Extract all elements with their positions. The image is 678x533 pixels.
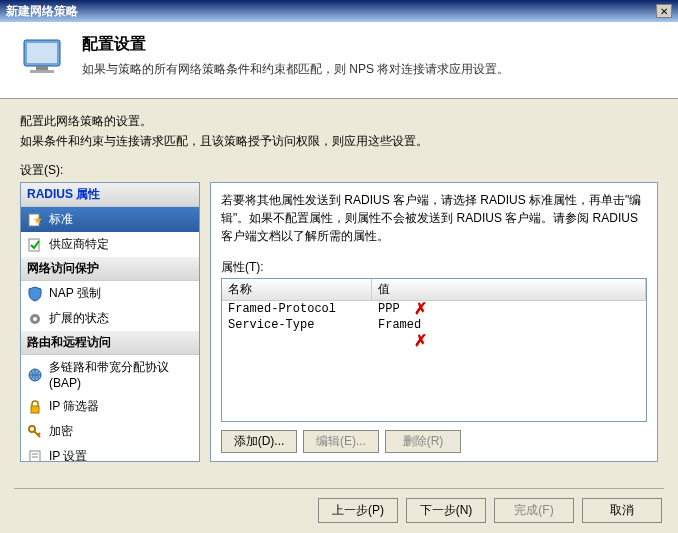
svg-rect-3 xyxy=(30,70,54,73)
page-title: 配置设置 xyxy=(82,34,509,55)
table-header: 名称 值 xyxy=(222,279,646,301)
settings-label: 设置(S): xyxy=(20,162,658,179)
sidebar-item[interactable]: IP 设置 xyxy=(21,444,199,462)
page-subtitle: 如果与策略的所有网络策略条件和约束都匹配，则 NPS 将对连接请求应用设置。 xyxy=(82,61,509,78)
lock-icon xyxy=(27,399,43,415)
attributes-table[interactable]: 名称 值 Framed-ProtocolPPP✗Service-TypeFram… xyxy=(221,278,647,422)
sidebar-item[interactable]: 扩展的状态 xyxy=(21,306,199,331)
details-panel: 若要将其他属性发送到 RADIUS 客户端，请选择 RADIUS 标准属性，再单… xyxy=(210,182,658,462)
close-button[interactable]: ✕ xyxy=(656,4,672,18)
cancel-button[interactable]: 取消 xyxy=(582,498,662,523)
panel-button-row: 添加(D)... 编辑(E)... 删除(R) xyxy=(221,430,647,453)
group-header: 网络访问保护 xyxy=(21,257,199,281)
sidebar-item-label: 供应商特定 xyxy=(49,236,109,253)
finish-button[interactable]: 完成(F) xyxy=(494,498,574,523)
cell-name: Framed-Protocol xyxy=(222,301,372,317)
key-icon xyxy=(27,424,43,440)
sidebar-item-label: IP 筛选器 xyxy=(49,398,99,415)
edit-button[interactable]: 编辑(E)... xyxy=(303,430,379,453)
sidebar-item-label: NAP 强制 xyxy=(49,285,101,302)
red-x-annotation: ✗ xyxy=(414,299,427,318)
intro-line-1: 配置此网络策略的设置。 xyxy=(20,113,658,130)
footer-separator xyxy=(14,488,664,489)
sidebar-item[interactable]: 加密 xyxy=(21,419,199,444)
sidebar-item[interactable]: 多链路和带宽分配协议(BAP) xyxy=(21,355,199,394)
intro-line-2: 如果条件和约束与连接请求匹配，且该策略授予访问权限，则应用这些设置。 xyxy=(20,133,658,150)
delete-button[interactable]: 删除(R) xyxy=(385,430,461,453)
sidebar-item[interactable]: 标准 xyxy=(21,207,199,232)
sidebar-item[interactable]: 供应商特定 xyxy=(21,232,199,257)
panel-instruction: 若要将其他属性发送到 RADIUS 客户端，请选择 RADIUS 标准属性，再单… xyxy=(221,191,647,245)
doc-icon xyxy=(27,449,43,463)
table-row[interactable]: Framed-ProtocolPPP✗ xyxy=(222,301,646,317)
main-split: RADIUS 属性标准供应商特定网络访问保护NAP 强制扩展的状态路由和远程访问… xyxy=(20,182,658,462)
cell-name: Service-Type xyxy=(222,317,372,333)
window-title: 新建网络策略 xyxy=(6,3,78,20)
sidebar-item[interactable]: NAP 强制 xyxy=(21,281,199,306)
group-header: RADIUS 属性 xyxy=(21,183,199,207)
svg-point-8 xyxy=(33,317,37,321)
sidebar-item[interactable]: IP 筛选器 xyxy=(21,394,199,419)
svg-rect-1 xyxy=(27,43,57,63)
titlebar: 新建网络策略 ✕ xyxy=(0,0,678,22)
svg-rect-10 xyxy=(31,406,39,413)
red-x-annotation: ✗ xyxy=(414,331,427,350)
sidebar-item-label: 加密 xyxy=(49,423,73,440)
header-text: 配置设置 如果与策略的所有网络策略条件和约束都匹配，则 NPS 将对连接请求应用… xyxy=(82,34,509,82)
table-row[interactable]: Service-TypeFramed✗ xyxy=(222,317,646,333)
svg-rect-2 xyxy=(36,66,48,70)
wizard-header: 配置设置 如果与策略的所有网络策略条件和约束都匹配，则 NPS 将对连接请求应用… xyxy=(0,22,678,99)
attributes-label: 属性(T): xyxy=(221,259,647,276)
monitor-icon xyxy=(20,34,68,82)
sidebar-item-label: 扩展的状态 xyxy=(49,310,109,327)
sidebar-item-label: IP 设置 xyxy=(49,448,87,462)
group-header: 路由和远程访问 xyxy=(21,331,199,355)
globe-icon xyxy=(27,367,43,383)
sidebar-item-label: 多链路和带宽分配协议(BAP) xyxy=(49,359,193,390)
col-value[interactable]: 值 xyxy=(372,279,646,300)
doc-star-icon xyxy=(27,212,43,228)
content-area: 配置此网络策略的设置。 如果条件和约束与连接请求匹配，且该策略授予访问权限，则应… xyxy=(0,99,678,472)
shield-icon xyxy=(27,286,43,302)
back-button[interactable]: 上一步(P) xyxy=(318,498,398,523)
doc-check-icon xyxy=(27,237,43,253)
settings-tree[interactable]: RADIUS 属性标准供应商特定网络访问保护NAP 强制扩展的状态路由和远程访问… xyxy=(20,182,200,462)
gear-icon xyxy=(27,311,43,327)
table-body: Framed-ProtocolPPP✗Service-TypeFramed✗ xyxy=(222,301,646,333)
next-button[interactable]: 下一步(N) xyxy=(406,498,486,523)
wizard-footer: 上一步(P) 下一步(N) 完成(F) 取消 xyxy=(318,498,662,523)
add-button[interactable]: 添加(D)... xyxy=(221,430,297,453)
sidebar-item-label: 标准 xyxy=(49,211,73,228)
col-name[interactable]: 名称 xyxy=(222,279,372,300)
